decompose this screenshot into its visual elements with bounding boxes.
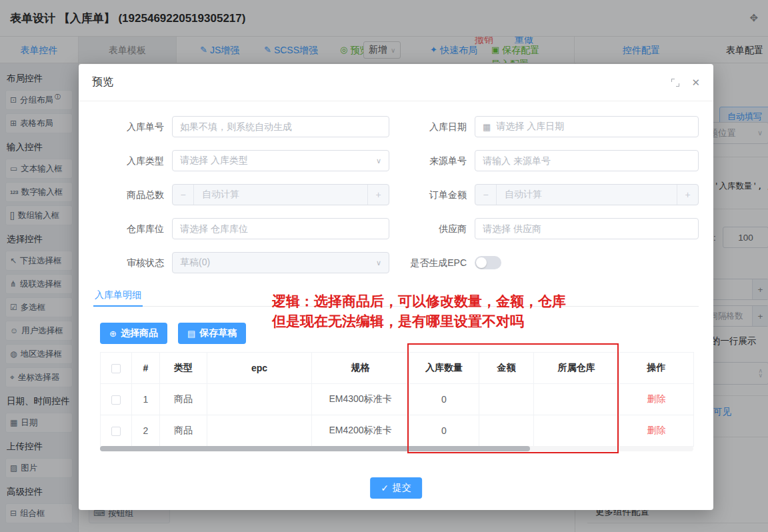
field-label: 审核状态: [93, 252, 172, 273]
field-source-no: 来源单号: [396, 150, 699, 171]
chevron-down-icon: ∨: [376, 157, 381, 165]
field-label: 来源单号: [396, 150, 475, 171]
col-type: 类型: [160, 353, 207, 384]
fullscreen-icon[interactable]: [671, 79, 679, 87]
cell-index: 2: [132, 415, 160, 447]
preview-modal: 预览 ✕ 入库单号 入库日期 ▦ 请选择 入库日期 入库类型 请选择 入库类型 …: [79, 64, 713, 510]
field-label: 仓库库位: [93, 218, 172, 239]
table-row: 2 商品 EM4200标准卡 0 删除: [101, 415, 694, 447]
chevron-down-icon: ∨: [376, 259, 381, 267]
cell-action: 删除: [619, 384, 694, 415]
field-warehouse-slot: 仓库库位: [93, 218, 389, 239]
calendar-icon: ▦: [483, 122, 491, 132]
cell-amount: [479, 415, 534, 447]
generate-epc-switch[interactable]: [475, 256, 501, 269]
row-select-cell: [101, 415, 132, 447]
row-checkbox[interactable]: [111, 427, 121, 436]
field-generate-epc: 是否生成EPC: [396, 252, 699, 273]
field-order-amount: 订单金额 − 自动计算 +: [396, 184, 699, 205]
save-draft-button[interactable]: ▤ 保存草稿: [178, 323, 246, 344]
col-qty: 入库数量: [409, 353, 479, 384]
cell-warehouse: [534, 415, 619, 447]
submit-label: 提交: [393, 482, 411, 494]
cell-epc: [207, 415, 312, 447]
cell-qty: 0: [409, 384, 479, 415]
field-label: 入库日期: [396, 116, 475, 137]
table-header-row: # 类型 epc 规格 入库数量 金额 所属仓库 操作: [101, 353, 694, 384]
inbound-type-select[interactable]: 请选择 入库类型 ∨: [172, 150, 389, 171]
cell-qty: 0: [409, 415, 479, 447]
inbound-no-input-box: [172, 116, 389, 137]
minus-icon[interactable]: −: [475, 185, 497, 205]
select-product-button[interactable]: ⊕ 选择商品: [100, 323, 167, 344]
audit-status-value: 草稿(0): [180, 257, 210, 269]
modal-title: 预览: [92, 75, 113, 89]
field-inbound-type: 入库类型 请选择 入库类型 ∨: [93, 150, 389, 171]
row-checkbox[interactable]: [111, 395, 121, 405]
field-inbound-date: 入库日期 ▦ 请选择 入库日期: [396, 116, 699, 137]
cell-index: 1: [132, 384, 160, 415]
field-label: 商品总数: [93, 184, 172, 205]
field-label: 入库类型: [93, 150, 172, 171]
order-amount-stepper: − 自动计算 +: [475, 184, 699, 205]
switch-knob: [476, 257, 487, 268]
supplier-input[interactable]: [483, 223, 691, 234]
cell-spec: EM4200标准卡: [312, 415, 409, 447]
annotation-line1: 逻辑：选择商品后，可以修改数量，金额，仓库: [272, 291, 566, 311]
field-product-total: 商品总数 − 自动计算 +: [93, 184, 389, 205]
close-icon[interactable]: ✕: [691, 77, 700, 89]
col-epc: epc: [207, 353, 312, 384]
product-total-stepper: − 自动计算 +: [172, 184, 389, 205]
check-icon: ✓: [381, 483, 389, 493]
save-draft-label: 保存草稿: [199, 327, 237, 339]
cell-warehouse: [534, 384, 619, 415]
source-no-input[interactable]: [483, 155, 691, 166]
detail-table: # 类型 epc 规格 入库数量 金额 所属仓库 操作 1 商品 EM4300标…: [100, 352, 694, 447]
select-product-label: 选择商品: [121, 327, 158, 339]
select-all-checkbox[interactable]: [111, 364, 121, 373]
col-action: 操作: [619, 353, 694, 384]
col-index: #: [132, 353, 160, 384]
field-label: 入库单号: [93, 116, 172, 137]
cell-epc: [207, 384, 312, 415]
field-label: 是否生成EPC: [396, 252, 475, 273]
draft-icon: ▤: [187, 329, 195, 339]
field-supplier: 供应商: [396, 218, 699, 239]
row-select-cell: [101, 384, 132, 415]
stepper-placeholder: 自动计算: [497, 185, 550, 205]
submit-button[interactable]: ✓ 提交: [370, 477, 422, 499]
inbound-no-input[interactable]: [180, 121, 381, 132]
field-inbound-no: 入库单号: [93, 116, 389, 137]
plus-icon[interactable]: +: [367, 185, 389, 205]
warehouse-slot-input-box: [172, 218, 389, 239]
delete-row-link[interactable]: 删除: [647, 425, 666, 435]
cell-type: 商品: [160, 384, 207, 415]
preview-form: 入库单号 入库日期 ▦ 请选择 入库日期 入库类型 请选择 入库类型 ∨ 来源单…: [79, 101, 713, 273]
horizontal-scrollbar-thumb[interactable]: [100, 446, 530, 451]
cell-amount: [479, 384, 534, 415]
warehouse-slot-input[interactable]: [180, 223, 381, 234]
minus-icon[interactable]: −: [173, 185, 194, 205]
cell-action: 删除: [619, 415, 694, 447]
stepper-placeholder: 自动计算: [194, 185, 247, 205]
audit-status-select[interactable]: 草稿(0) ∨: [172, 252, 389, 273]
cell-spec: EM4300标准卡: [312, 384, 409, 415]
delete-row-link[interactable]: 删除: [647, 393, 666, 404]
red-annotation: 逻辑：选择商品后，可以修改数量，金额，仓库 但是现在无法编辑，是有哪里设置不对吗: [272, 291, 566, 331]
annotation-line2: 但是现在无法编辑，是有哪里设置不对吗: [272, 311, 566, 331]
plus-icon[interactable]: +: [677, 185, 698, 205]
plus-circle-icon: ⊕: [109, 329, 117, 339]
tab-inbound-detail[interactable]: 入库单明细: [93, 287, 143, 307]
date-placeholder: 请选择 入库日期: [496, 121, 564, 133]
select-placeholder: 请选择 入库类型: [180, 155, 248, 167]
inbound-date-picker[interactable]: ▦ 请选择 入库日期: [475, 116, 699, 137]
col-warehouse: 所属仓库: [534, 353, 619, 384]
table-row: 1 商品 EM4300标准卡 0 删除: [101, 384, 694, 415]
supplier-input-box: [475, 218, 699, 239]
field-audit-status: 审核状态 草稿(0) ∨: [93, 252, 389, 273]
field-label: 供应商: [396, 218, 475, 239]
col-amount: 金额: [479, 353, 534, 384]
source-no-input-box: [475, 150, 699, 171]
field-label: 订单金额: [396, 184, 475, 205]
cell-type: 商品: [160, 415, 207, 447]
